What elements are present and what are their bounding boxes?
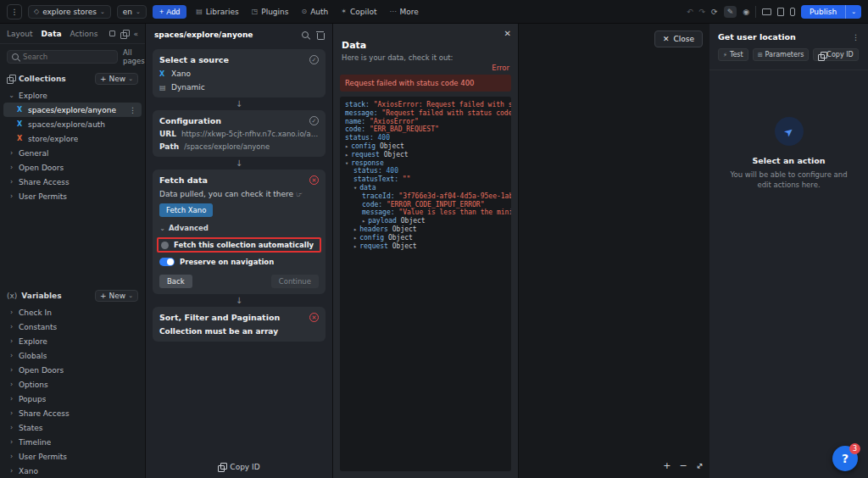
collection-item-open-doors[interactable]: ›Open Doors	[3, 160, 142, 175]
zoom-out-button[interactable]: −	[679, 460, 687, 471]
menu-libraries[interactable]: ▤ Libraries	[192, 6, 242, 18]
collection-item-user-permits[interactable]: ›User Permits	[3, 189, 142, 203]
variable-item-states[interactable]: ›States	[3, 420, 142, 435]
tab-actions[interactable]: Actions	[70, 30, 98, 38]
close-icon[interactable]: ✕	[504, 29, 511, 38]
json-value: "AxiosError"	[365, 118, 419, 125]
help-button[interactable]: ? 3	[832, 446, 858, 471]
variable-item-explore[interactable]: ›Explore	[3, 334, 142, 348]
expand-arrow-icon[interactable]: ▸	[353, 243, 357, 250]
expand-arrow-icon[interactable]: ▸	[345, 152, 348, 158]
collection-item-explore[interactable]: ⌄Explore	[3, 88, 142, 103]
json-key: config	[351, 142, 376, 150]
variable-item-popups[interactable]: ›Popups	[3, 392, 142, 406]
desktop-breakpoint-icon[interactable]	[762, 8, 771, 15]
collection-item-share-access[interactable]: ›Share Access	[3, 175, 142, 189]
json-key: config	[359, 234, 384, 242]
collapse-arrow-icon[interactable]: ▾	[345, 160, 348, 167]
copy-id-button[interactable]: Copy ID	[813, 48, 858, 61]
copy-icon	[218, 463, 225, 471]
variable-item-timeline[interactable]: ›Timeline	[3, 435, 142, 449]
search-icon[interactable]	[302, 31, 309, 39]
preview-eye-icon[interactable]: ◉	[743, 8, 749, 16]
kebab-menu-icon[interactable]: ⋮	[852, 33, 860, 42]
menu-auth[interactable]: ⊙ Auth	[298, 6, 331, 18]
json-key: request	[351, 151, 380, 158]
collection-item-store-explore[interactable]: Xstore/explore	[3, 131, 142, 146]
search-input[interactable]	[23, 53, 113, 61]
menu-plugins[interactable]: ◳ Plugins	[248, 6, 292, 18]
advanced-toggle[interactable]: ⌄ Advanced	[159, 224, 319, 232]
variable-label: Explore	[19, 337, 47, 346]
json-value: "ERR_BAD_REQUEST"	[365, 125, 439, 133]
app-menu-button[interactable]: ⋮	[7, 4, 22, 19]
copy-panel-icon[interactable]	[120, 30, 128, 38]
source-option-dynamic[interactable]: ▤ Dynamic	[159, 83, 319, 92]
collection-label: User Permits	[19, 192, 67, 201]
variable-item-share-access[interactable]: ›Share Access	[3, 406, 142, 420]
source-option-xano[interactable]: X Xano	[159, 69, 319, 78]
collection-item-spaces-explore-anyone[interactable]: Xspaces/explore/anyone⋮	[3, 103, 142, 117]
tab-layout[interactable]: Layout	[7, 30, 33, 38]
chevron-right-icon: ›	[8, 323, 14, 331]
json-key: statusText:	[353, 175, 398, 183]
publish-button[interactable]: Publish ⌄	[801, 5, 861, 19]
kebab-menu-icon[interactable]: ⋮	[129, 106, 136, 114]
variable-item-check-in[interactable]: ›Check In	[3, 305, 142, 320]
json-line: ▸payload Object	[340, 217, 511, 225]
publish-chevron-icon[interactable]: ⌄	[845, 5, 861, 19]
redo-icon[interactable]: ↷	[699, 8, 706, 16]
preserve-toggle[interactable]	[159, 258, 175, 266]
expand-arrow-icon[interactable]: ▸	[353, 235, 357, 242]
json-line: status: 400	[340, 167, 511, 175]
new-collection-button[interactable]: + New ⌄	[95, 73, 138, 85]
json-line: ▸config Object	[340, 142, 511, 151]
continue-button[interactable]: Continue	[271, 275, 319, 288]
refresh-icon[interactable]: ⟳	[711, 8, 718, 16]
close-button[interactable]: ✕ Close	[654, 31, 703, 47]
variable-item-constants[interactable]: ›Constants	[3, 320, 142, 334]
collection-config-header: spaces/explore/anyone	[146, 24, 332, 46]
fit-screen-button[interactable]: ↔	[693, 460, 705, 472]
variable-item-open-doors[interactable]: ›Open Doors	[3, 363, 142, 377]
tab-data[interactable]: Data	[42, 30, 62, 38]
add-button[interactable]: + Add	[153, 5, 186, 19]
edit-mode-icon[interactable]: ✎	[724, 6, 737, 18]
variable-item-user-permits[interactable]: ›User Permits	[3, 449, 142, 464]
copy-id-button[interactable]: Copy ID	[146, 456, 332, 478]
fetch-xano-button[interactable]: Fetch Xano	[159, 203, 213, 217]
trash-icon[interactable]	[316, 31, 324, 39]
collapse-arrow-icon[interactable]: ▾	[353, 185, 357, 192]
undo-icon[interactable]: ↶	[687, 8, 693, 16]
sidebar-spacer	[0, 203, 145, 286]
expand-arrow-icon[interactable]: ▸	[345, 143, 348, 150]
search-box[interactable]	[7, 50, 118, 64]
json-line: stack: "AxiosError: Request failed with …	[340, 101, 511, 109]
variable-item-globals[interactable]: ›Globals	[3, 348, 142, 363]
test-button[interactable]: ⚡ Test	[718, 48, 748, 61]
menu-more[interactable]: ⋯ More	[387, 6, 422, 18]
project-selector[interactable]: ◇ explore stores ⌄	[28, 5, 111, 19]
back-button[interactable]: Back	[159, 275, 192, 288]
panel-icon[interactable]	[109, 31, 115, 36]
variable-label: Share Access	[19, 409, 70, 418]
variable-item-options[interactable]: ›Options	[3, 377, 142, 392]
parameters-button[interactable]: ⊞ Parameters	[753, 48, 810, 61]
expand-arrow-icon[interactable]: ▸	[362, 218, 365, 225]
collapse-sidebar-icon[interactable]: «	[133, 30, 138, 38]
json-key: traceId:	[362, 192, 395, 200]
path-value: /spaces/explore/anyone	[184, 142, 270, 151]
tablet-breakpoint-icon[interactable]	[777, 8, 784, 16]
auto-fetch-toggle[interactable]	[161, 242, 169, 249]
collection-item-spaces-explore-auth[interactable]: Xspaces/explore/auth	[3, 117, 142, 131]
mobile-breakpoint-icon[interactable]	[790, 8, 795, 16]
variable-item-xano[interactable]: ›Xano	[3, 464, 142, 478]
xano-icon: X	[159, 70, 166, 78]
new-variable-button[interactable]: + New ⌄	[95, 290, 138, 302]
expand-arrow-icon[interactable]: ▸	[353, 226, 357, 233]
language-selector[interactable]: en ⌄	[117, 5, 147, 19]
collection-item-general[interactable]: ›General	[3, 146, 142, 160]
help-icon: ?	[842, 452, 849, 465]
menu-copilot[interactable]: ✶ Copilot	[337, 6, 380, 18]
zoom-in-button[interactable]: +	[663, 460, 670, 471]
